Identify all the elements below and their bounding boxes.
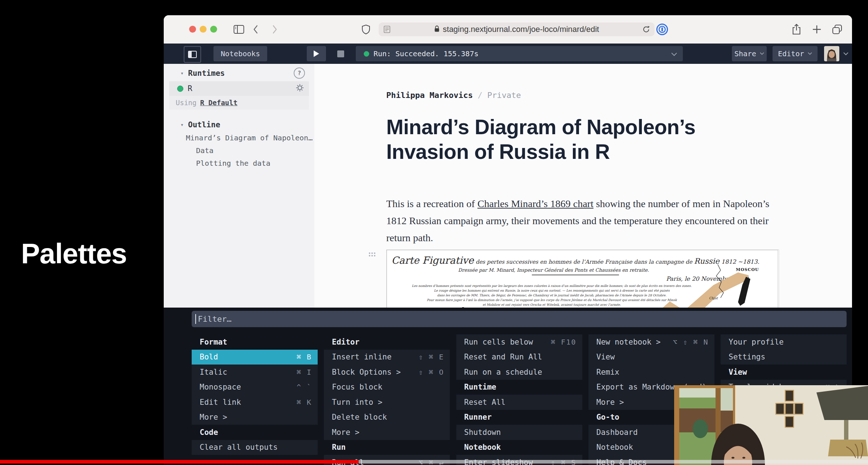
runtime-settings-gear-icon[interactable]	[296, 84, 304, 94]
palette-item[interactable]: Bold⌘ B	[192, 350, 318, 365]
palette-item[interactable]: More >	[324, 425, 450, 440]
forward-icon[interactable]	[272, 25, 278, 34]
using-prefix: Using	[176, 99, 196, 107]
palette-item[interactable]: Focus block	[324, 380, 450, 395]
run-status-text: Run: Succeeded. 155.387s	[374, 49, 478, 58]
runtime-environment-row[interactable]: Using R Default	[169, 96, 309, 110]
account-chevron-down-icon[interactable]	[843, 52, 848, 55]
palette-filter[interactable]	[192, 311, 847, 327]
palette-item-shortcut: ⌥ ⇧ ⌘ N	[669, 338, 708, 346]
palette-item[interactable]: Run cells below⌘ F10	[456, 334, 582, 350]
filter-input[interactable]	[197, 314, 785, 324]
share-label: Share	[734, 49, 756, 58]
chevron-down-icon	[760, 52, 764, 55]
close-window-button[interactable]	[189, 26, 196, 33]
collapse-triangle-icon[interactable]: ▾	[180, 70, 184, 77]
chevron-down-icon	[808, 52, 812, 55]
back-icon[interactable]	[253, 25, 258, 34]
outline-item[interactable]: Plotting the data	[196, 159, 270, 168]
palette-item[interactable]: Clear all outputs	[192, 440, 318, 455]
status-chevron-down-icon[interactable]	[671, 49, 677, 58]
avatar[interactable]	[824, 46, 839, 61]
runtimes-label: Runtimes	[188, 69, 225, 78]
sidebar-toggle-button[interactable]	[184, 46, 201, 63]
palette-item-label: More >	[596, 398, 624, 407]
intro-text: This is a recreation of	[386, 198, 477, 209]
reload-icon[interactable]	[642, 25, 650, 33]
runtimes-section-header[interactable]: ▾ Runtimes	[180, 69, 225, 78]
outline-item[interactable]: Minard’s Diagram of Napoleon…	[186, 133, 313, 142]
url-text[interactable]: staging.nextjournal.com/joe-loco/minard/…	[443, 25, 599, 34]
runtime-status-dot	[177, 86, 183, 92]
minimize-window-button[interactable]	[200, 26, 207, 33]
share-button[interactable]: Share	[732, 46, 767, 61]
palette-item-label: View	[596, 353, 615, 361]
palette-item[interactable]: More >	[192, 410, 318, 425]
figure-legend-line: Pour mieux faire juger à l’œil la diminu…	[427, 298, 678, 302]
palette-item-label: Bold	[200, 353, 218, 361]
outline-section-header[interactable]: ▾ Outline	[180, 120, 220, 129]
run-status-bar[interactable]: Run: Succeeded. 155.387s	[356, 46, 683, 61]
palette-item[interactable]: Edit link⌘ K	[192, 395, 318, 410]
author-link[interactable]: Philippa Markovics	[386, 91, 473, 100]
help-icon[interactable]: ?	[294, 67, 305, 79]
palette-item-shortcut: ⌘ B	[293, 353, 312, 361]
notebooks-label: Notebooks	[221, 49, 260, 58]
new-tab-icon[interactable]	[812, 25, 822, 34]
nextjournal-toolbar: Notebooks Run: Succeeded. 155.387s Share	[164, 44, 852, 64]
stop-button[interactable]	[331, 46, 350, 61]
outline-item[interactable]: Data	[196, 146, 213, 155]
status-green-dot	[364, 51, 369, 57]
video-progress-track[interactable]	[0, 460, 868, 464]
palette-item-label: Turn into >	[332, 398, 382, 407]
palette-item[interactable]: Block Options >⇧ ⌘ O	[324, 365, 450, 380]
page-settings-icon[interactable]	[384, 26, 390, 33]
palette-item[interactable]: Run on a schedule	[456, 365, 582, 380]
block-drag-handle-icon[interactable]	[369, 252, 376, 258]
browser-sidebar-icon[interactable]	[233, 25, 244, 34]
palette-item-label: New notebook >	[596, 338, 661, 346]
palette-item[interactable]: Reset All	[456, 395, 582, 410]
palette-item[interactable]: Insert inline⇧ ⌘ E	[324, 350, 450, 365]
byline-separator: /	[478, 91, 482, 100]
onepassword-icon[interactable]	[656, 23, 668, 36]
intro-paragraph[interactable]: This is a recreation of Charles Minard’s…	[386, 195, 778, 246]
figure-legend-line: Les nombres d’hommes présents sont repré…	[412, 284, 692, 288]
environment-link[interactable]: R Default	[200, 99, 237, 107]
editor-button[interactable]: Editor	[773, 46, 818, 61]
palette-item[interactable]: Your profile	[721, 334, 847, 350]
palette-item[interactable]: Shutdown	[456, 425, 582, 440]
runtime-row[interactable]: R	[169, 81, 309, 96]
palette-item[interactable]: View	[588, 350, 714, 365]
palette-item[interactable]: Italic⌘ I	[192, 365, 318, 380]
text-cursor	[195, 314, 196, 324]
minard-chart-link[interactable]: Charles Minard’s 1869 chart	[477, 198, 594, 209]
palette-section-header: Runner	[456, 410, 582, 425]
privacy-shield-icon[interactable]	[361, 24, 371, 34]
zoom-window-button[interactable]	[210, 26, 217, 33]
figure-city-label: MOSCOU	[736, 267, 759, 272]
palette-item-label: Italic	[200, 368, 227, 376]
notebooks-button[interactable]: Notebooks	[213, 46, 267, 61]
palette-item[interactable]: New notebook >⌥ ⇧ ⌘ N	[588, 334, 714, 350]
video-progress-played[interactable]	[0, 460, 359, 464]
palette-section-header: Notebook	[456, 440, 582, 455]
lock-icon	[434, 25, 440, 34]
address-bar[interactable]: staging.nextjournal.com/joe-loco/minard/…	[379, 22, 655, 36]
notebook-title[interactable]: Minard’s Diagram of Napoleon’s Invasion …	[386, 115, 738, 164]
palette-item[interactable]: Remix	[588, 365, 714, 380]
video-frame: Palettes	[0, 0, 868, 465]
tab-overview-icon[interactable]	[832, 24, 843, 34]
palette-item[interactable]: Monospace^ `	[192, 380, 318, 395]
palette-item[interactable]: Turn into >	[324, 395, 450, 410]
palette-section-header: Runtime	[456, 380, 582, 395]
palette-item[interactable]: Delete block	[324, 410, 450, 425]
run-button[interactable]	[307, 46, 326, 61]
palette-item-label: Runtime	[464, 383, 497, 391]
share-icon[interactable]	[792, 24, 801, 35]
palette-item[interactable]: Reset and Run All	[456, 350, 582, 365]
palette-item[interactable]: Settings	[721, 350, 847, 365]
collapse-triangle-icon[interactable]: ▾	[180, 122, 184, 128]
palette-item-label: Run	[332, 443, 346, 452]
runtime-name: R	[188, 84, 192, 93]
